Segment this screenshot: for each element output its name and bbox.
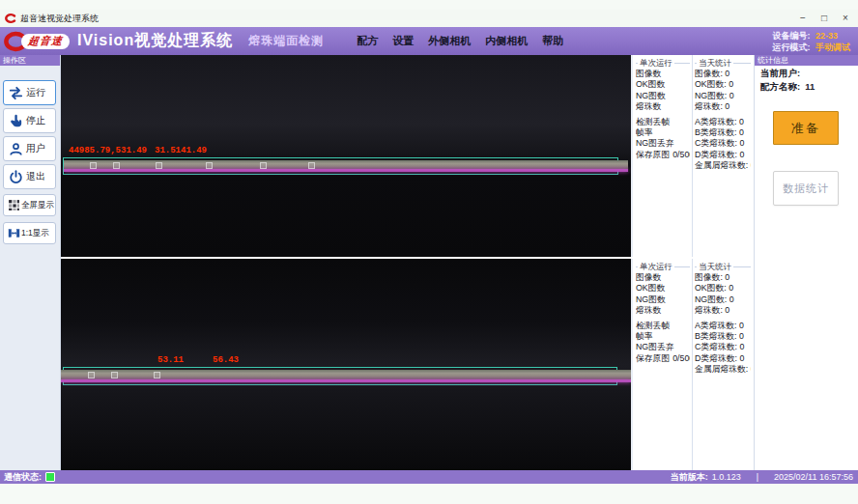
version-label: 当前版本: xyxy=(671,471,708,484)
exit-label: 退出 xyxy=(26,170,45,183)
camera-view-outer: 44985.79,531.49 31.5141.49 xyxy=(61,55,631,257)
stat-row: C类熔珠数0 xyxy=(695,138,751,149)
menu-item-settings[interactable]: 设置 xyxy=(392,34,414,48)
single-run-title: 单次运行 xyxy=(636,58,690,69)
stat-row: 检测丢帧 xyxy=(636,321,690,331)
measurement-annotation: 31.5141.49 xyxy=(155,146,207,155)
laser-line xyxy=(64,169,628,172)
defect-marker xyxy=(308,162,315,169)
defect-marker xyxy=(88,372,95,378)
stop-label: 停止 xyxy=(26,114,45,127)
stat-row: C类熔珠数0 xyxy=(695,342,751,352)
menu-item-recipe[interactable]: 配方 xyxy=(357,34,378,48)
stat-row: 帧率 xyxy=(636,127,690,138)
operation-sidebar: 操作区 运行 停止 xyxy=(0,55,61,470)
app-subtitle: 熔珠端面检测 xyxy=(248,33,324,49)
user-label: 用户 xyxy=(26,142,45,155)
stat-row: NG图数 xyxy=(636,91,690,101)
today-title: 当天统计 xyxy=(695,262,751,272)
recipe-row: 配方名称:11 xyxy=(760,81,815,94)
brand-badge: 超音速 xyxy=(21,34,70,49)
menu-item-inner-camera[interactable]: 内侧相机 xyxy=(485,34,528,48)
stat-row: 帧率 xyxy=(636,331,690,342)
metal-strip-image xyxy=(61,365,631,384)
stat-row: D类熔珠数0 xyxy=(695,353,751,364)
stat-row-save: 保存原图0/500 xyxy=(636,353,690,364)
app-title: IVision视觉处理系统 xyxy=(77,31,233,51)
stat-row: NG图丢弃 xyxy=(636,342,690,352)
one-to-one-button[interactable]: 1:1显示 xyxy=(3,222,56,244)
stat-row: 熔珠数 xyxy=(636,101,690,112)
stat-row: B类熔珠数0 xyxy=(695,331,751,342)
stat-row: 图像数 xyxy=(636,272,690,283)
prepare-button[interactable]: 准备 xyxy=(773,111,839,145)
stat-row: 熔珠数 xyxy=(636,305,690,316)
user-button[interactable]: 用户 xyxy=(3,136,56,161)
ratio-icon xyxy=(8,227,20,239)
data-stats-button[interactable]: 数据统计 xyxy=(773,171,839,206)
stat-row: 图像数0 xyxy=(695,272,751,283)
datetime: 2025/02/11 16:57:56 xyxy=(774,472,853,482)
maximize-button[interactable]: □ xyxy=(814,10,835,27)
stat-row-save: 保存原图0/500 xyxy=(636,150,690,160)
comm-status-indicator xyxy=(45,472,55,482)
stat-row: 熔珠数0 xyxy=(695,305,751,316)
minimize-button[interactable]: − xyxy=(792,10,814,27)
defect-marker xyxy=(90,162,97,169)
one-to-one-label: 1:1显示 xyxy=(21,228,49,239)
info-panel-title: 统计信息 xyxy=(755,55,858,66)
stats-panel-outer: 单次运行 图像数 OK图数 NG图数 熔珠数 检测丢帧 帧率 NG图丢弃 保存原… xyxy=(633,55,753,257)
app-logo-icon xyxy=(5,13,16,24)
strip-surface xyxy=(61,370,631,381)
desktop: 超音速视觉处理系统 − □ × 超音速 IVision视觉处理系统 熔珠端面检测… xyxy=(0,0,858,504)
close-button[interactable]: × xyxy=(835,10,856,27)
today-groupbox: 当天统计 图像数0 OK图数0 NG图数0 熔珠数0 A类熔珠数0 B类熔珠数0… xyxy=(695,262,751,468)
os-titlebar: 超音速视觉处理系统 − □ × xyxy=(0,10,858,28)
stat-row: 图像数0 xyxy=(695,69,751,79)
defect-marker xyxy=(154,372,160,378)
statistics-info-panel: 统计信息 当前用户: 配方名称:11 准备 数据统计 xyxy=(754,55,858,470)
current-user-label: 当前用户: xyxy=(760,68,800,80)
stat-row: OK图数 xyxy=(636,283,690,294)
single-run-groupbox: 单次运行 图像数 OK图数 NG图数 熔珠数 检测丢帧 帧率 NG图丢弃 保存原… xyxy=(636,262,690,468)
main-menu: 配方 设置 外侧相机 内侧相机 帮助 xyxy=(357,34,563,48)
run-mode-label: 运行模式: xyxy=(772,42,810,52)
stat-row: NG图数 xyxy=(636,294,690,305)
version-value: 1.0.123 xyxy=(712,472,741,482)
stat-row: OK图数0 xyxy=(695,283,751,294)
device-number-value: 22-33 xyxy=(815,31,838,41)
menu-item-outer-camera[interactable]: 外侧相机 xyxy=(428,34,471,48)
laser-line xyxy=(61,379,631,382)
exit-button[interactable]: 退出 xyxy=(3,164,56,189)
save-count: 0/500 xyxy=(672,150,690,159)
metal-strip-image xyxy=(63,155,629,175)
loop-arrows-icon xyxy=(8,85,24,101)
stat-row: B类熔珠数0 xyxy=(695,127,751,138)
run-button[interactable]: 运行 xyxy=(3,80,56,105)
strip-surface xyxy=(64,160,628,171)
status-separator: | xyxy=(757,472,758,482)
grid-icon xyxy=(8,199,20,211)
stop-button[interactable]: 停止 xyxy=(3,108,56,133)
defect-marker xyxy=(206,162,213,169)
brand-text: 超音速 xyxy=(27,34,64,48)
device-number-label: 设备编号: xyxy=(772,31,810,41)
stats-panel-inner: 单次运行 图像数 OK图数 NG图数 熔珠数 检测丢帧 帧率 NG图丢弃 保存原… xyxy=(633,259,753,470)
stat-row: OK图数 xyxy=(636,79,690,90)
stat-row: 检测丢帧 xyxy=(636,117,690,127)
run-mode-value: 手动调试 xyxy=(815,42,850,52)
menu-item-help[interactable]: 帮助 xyxy=(542,34,563,48)
fullscreen-button[interactable]: 全屏显示 xyxy=(3,194,56,216)
status-bar-right: 当前版本: 1.0.123 | 2025/02/11 16:57:56 xyxy=(667,471,853,484)
stat-row: NG图丢弃 xyxy=(636,138,690,149)
stat-row: NG图数0 xyxy=(695,91,751,101)
fullscreen-label: 全屏显示 xyxy=(21,200,54,211)
recipe-value: 11 xyxy=(805,81,815,92)
stat-row: 熔珠数0 xyxy=(695,101,751,112)
column-divider xyxy=(692,259,693,470)
today-groupbox: 当天统计 图像数0 OK图数0 NG图数0 熔珠数0 A类熔珠数0 B类熔珠数0… xyxy=(695,58,751,255)
stat-row: 图像数 xyxy=(636,69,690,79)
user-icon xyxy=(8,141,24,157)
measurement-annotation: 56.43 xyxy=(213,355,239,365)
single-run-groupbox: 单次运行 图像数 OK图数 NG图数 熔珠数 检测丢帧 帧率 NG图丢弃 保存原… xyxy=(636,58,690,255)
